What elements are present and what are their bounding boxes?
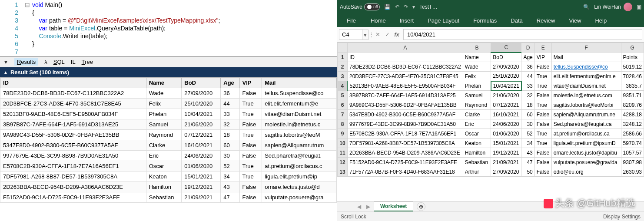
search-icon[interactable]: 🔍 — [583, 4, 590, 10]
fold-gutter[interactable]: ⊟ — [24, 0, 30, 56]
table-row: 9E5708C2B-930A-CFFA-1F18-7E7A16A56EF1Osc… — [338, 129, 644, 139]
autosave-label: AutoSave — [340, 4, 362, 10]
row-header[interactable]: 2 — [338, 62, 348, 72]
table-row[interactable]: 9A989C43-D55F-5306-0D2F-0FBAFAE135BBRaym… — [0, 130, 337, 140]
line-gutter: 1 2 3 4 5 6 7 — [0, 0, 24, 56]
table-row[interactable]: 52013BF0-9AEB-48E6-E5F5-E9500AFB034FPhel… — [0, 109, 337, 119]
tab-insert[interactable]: Insert — [393, 15, 421, 26]
tab-help[interactable]: Help — [588, 15, 614, 26]
new-sheet-icon[interactable]: ⊕ — [417, 202, 425, 211]
table-row: 69A989C43-D55F-5306-0D2F-0FBAFAE135BBRay… — [338, 100, 644, 110]
avatar — [624, 3, 632, 11]
table-row[interactable]: 20D3BFCE-27C3-AD3E-4F70-35C81C7E8E45Feli… — [0, 99, 337, 109]
table-row: 278DE23D2-DCB6-BD3D-EC67-C112BBC322A2Wad… — [338, 62, 644, 72]
col-header[interactable]: C — [491, 43, 521, 53]
status-display-settings[interactable]: Display Settings — [603, 214, 641, 220]
col-header[interactable]: D — [521, 43, 534, 53]
table-row[interactable]: 3B97B87C-7AFE-664F-1AF5-6914D313AE25Samu… — [0, 119, 337, 130]
table-row[interactable]: 5347E8D0-4902-B300-6C5E-B60C9377A5AFClar… — [0, 140, 337, 151]
code-text[interactable]: void void Main()Main(){ var path = @"D:\… — [30, 0, 220, 56]
column-header[interactable]: Name — [146, 78, 182, 88]
tab-home[interactable]: Home — [364, 15, 393, 26]
tab-lambda[interactable]: λ — [44, 59, 47, 65]
tab-tree[interactable]: Tree — [82, 59, 93, 65]
table-row[interactable]: F5152AD0-9C1A-D725-F0C9-11E93F2E3AFESeba… — [0, 192, 337, 203]
table-row[interactable]: 9977679E-43DE-3C99-8B98-7B9D0AE31A50Eric… — [0, 151, 337, 161]
save-icon[interactable]: 💾 — [384, 4, 391, 10]
col-header[interactable]: G — [621, 43, 644, 53]
sheet-nav-prev-icon[interactable]: ◀ — [355, 204, 364, 210]
enter-icon[interactable]: ✓ — [382, 31, 392, 38]
tab-view[interactable]: View — [562, 15, 588, 26]
table-row[interactable]: 78DE23D2-DCB6-BD3D-EC67-C112BBC322A2Wade… — [0, 88, 337, 99]
cancel-icon[interactable]: ✕ — [373, 31, 382, 38]
row-header[interactable]: 13 — [338, 167, 348, 177]
name-box[interactable]: C4 — [339, 29, 362, 40]
status-scrolllock: Scroll Lock — [341, 214, 366, 220]
tab-review[interactable]: Review — [530, 15, 562, 26]
tab-file[interactable]: File — [339, 15, 364, 26]
result-tabs: ▼ RResultsesults λ SQL IL Tree — [0, 56, 337, 67]
undo-icon[interactable]: ↶ — [395, 4, 399, 10]
col-header[interactable]: F — [551, 43, 621, 53]
ribbon-display-icon[interactable]: ▣ — [637, 4, 641, 10]
tab-il[interactable]: IL — [71, 59, 76, 65]
redo-icon[interactable]: ↷ — [404, 4, 408, 10]
resultset-header[interactable]: ▲ Result Set (100 items) — [0, 67, 337, 77]
autosave-toggle[interactable]: AutoSave Off — [340, 3, 380, 10]
tab-results[interactable]: RResultsesults — [14, 58, 38, 66]
row-header[interactable]: 10 — [338, 139, 348, 148]
row-header[interactable]: 6 — [338, 100, 348, 110]
tab-data[interactable]: Data — [504, 15, 529, 26]
table-row[interactable]: 7DF57981-A268-8B87-DE57-1B5397305C8AKeat… — [0, 172, 337, 182]
mail-link[interactable]: tellus.Suspendisse@co — [554, 64, 608, 70]
row-header[interactable]: 11 — [338, 148, 348, 158]
resultset-title: Result Set (100 items) — [10, 69, 69, 76]
row-header[interactable]: 4 — [338, 81, 348, 91]
tab-pagelayout[interactable]: Page Layout — [421, 15, 466, 26]
column-header[interactable]: Age — [221, 78, 239, 88]
row-header[interactable]: 9 — [338, 129, 348, 139]
doc-title: TestT… — [419, 4, 579, 10]
excel-pane: AutoSave Off 💾 ↶ ↷ ▾ TestT… 🔍 Lin WeiHan… — [337, 0, 644, 221]
row-header[interactable]: 12 — [338, 158, 348, 167]
row-header[interactable]: 3 — [338, 72, 348, 81]
formula-bar: C4 ▾ ⋮ ✕ ✓ fx 10/04/2021 — [337, 27, 644, 43]
fx-icon[interactable]: fx — [392, 31, 402, 38]
status-bar: Scroll Lock Display Settings — [337, 211, 644, 221]
row-header[interactable]: 8 — [338, 119, 348, 129]
formula-input[interactable]: 10/04/2021 — [403, 29, 642, 40]
col-header[interactable]: A — [347, 43, 463, 53]
table-row: 112D263BBA-BECD-954B-D209-A386AAC6D23EHa… — [338, 148, 644, 158]
table-row: 53B97B87C-7AFE-664F-1AF5-6914D313AE25Sam… — [338, 91, 644, 100]
row-header[interactable]: 1 — [338, 53, 348, 62]
sheet-nav-next-icon[interactable]: ▶ — [364, 204, 373, 210]
spreadsheet-grid[interactable]: ABCDEFG 1IDNameBoDAgeVIPMailPoints278DE2… — [337, 43, 644, 201]
col-header[interactable]: B — [463, 43, 491, 53]
table-row: 320D3BFCE-27C3-AD3E-4F70-35C81C7E8E45Fel… — [338, 72, 644, 81]
qat-dropdown-icon[interactable]: ▾ — [412, 4, 415, 10]
tabs-dropdown-icon[interactable]: ▼ — [3, 59, 8, 65]
sheet-tab-worksheet[interactable]: Worksheet — [374, 201, 413, 211]
result-grid[interactable]: IDNameBoDAgeVIPMail 78DE23D2-DCB6-BD3D-E… — [0, 77, 337, 221]
select-all-corner[interactable] — [338, 43, 348, 53]
table-row: 452013BF0-9AEB-48E6-E5F5-E9500AFB034FPhe… — [338, 81, 644, 91]
column-header[interactable]: Mail — [262, 78, 337, 88]
tab-formulas[interactable]: Formulas — [466, 15, 504, 26]
table-row[interactable]: E5708C2B-930A-CFFA-1F18-7E7A16A56EF1Osca… — [0, 161, 337, 172]
table-row[interactable]: 2D263BBA-BECD-954B-D209-A386AAC6D23EHami… — [0, 182, 337, 192]
column-header[interactable]: VIP — [239, 78, 262, 88]
table-row: 1371F5772A-0B7B-F0F3-4D40-F683AAF31E18Ar… — [338, 167, 644, 177]
column-header[interactable]: ID — [0, 78, 146, 88]
name-box-dropdown-icon[interactable]: ▾ — [362, 30, 368, 40]
user-account[interactable]: Lin WeiHan — [594, 3, 632, 11]
code-editor[interactable]: 1 2 3 4 5 6 7 ⊟ void void Main()Main(){ … — [0, 0, 337, 56]
column-header[interactable]: BoD — [182, 78, 221, 88]
table-row: 75347E8D0-4902-B300-6C5E-B60C9377A5AFCla… — [338, 110, 644, 119]
row-header[interactable]: 5 — [338, 91, 348, 100]
col-header[interactable]: E — [534, 43, 551, 53]
row-header[interactable]: 7 — [338, 110, 348, 119]
ribbon-tabs: File Home Insert Page Layout Formulas Da… — [337, 14, 644, 27]
tab-sql[interactable]: SQL — [53, 59, 65, 65]
collapse-icon: ▲ — [3, 70, 8, 75]
